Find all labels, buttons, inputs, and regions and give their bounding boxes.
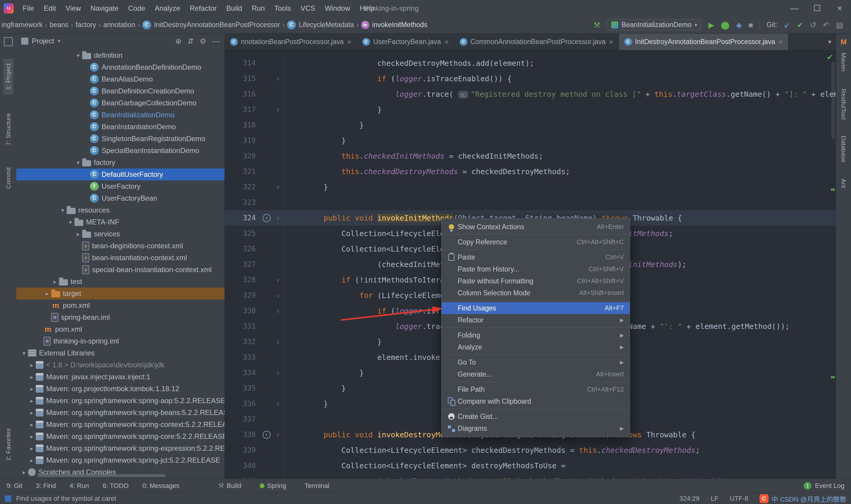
line-number[interactable]: 334 bbox=[225, 368, 260, 377]
code-line-323[interactable]: 323 bbox=[225, 195, 836, 210]
tool-button-7-structure[interactable]: 7: Structure bbox=[5, 113, 12, 146]
menu-item-copy-reference[interactable]: Copy ReferenceCtrl+Alt+Shift+C bbox=[441, 236, 630, 248]
git-rollback-button[interactable]: ↶ bbox=[823, 21, 830, 29]
code-line-341[interactable]: 341 (checkedDestroyMethods != null ? che… bbox=[225, 473, 836, 479]
vertical-scrollbar[interactable] bbox=[831, 62, 835, 139]
line-number[interactable]: 320 bbox=[225, 152, 260, 160]
tree-row-beanaliasdemo[interactable]: CBeanAliasDemo bbox=[16, 73, 224, 85]
close-tab-icon[interactable]: × bbox=[347, 38, 351, 46]
menubar-item-edit[interactable]: Edit bbox=[39, 0, 61, 16]
project-panel-title[interactable]: Project bbox=[32, 37, 54, 45]
tool-button-2-favorites[interactable]: 2: Favorites bbox=[5, 428, 12, 461]
tree-row-userfactorybean[interactable]: CUserFactoryBean bbox=[16, 192, 224, 204]
menu-item-compare-with-clipboard[interactable]: Compare with Clipboard bbox=[441, 395, 630, 407]
line-number[interactable]: 319 bbox=[225, 136, 260, 145]
tree-row-maven-org-projectlombok-lombok-1-18-12[interactable]: ▸Maven: org.projectlombok:lombok:1.18.12 bbox=[16, 383, 224, 395]
line-number[interactable]: 331 bbox=[225, 322, 260, 330]
menu-item-paste[interactable]: PasteCtrl+V bbox=[441, 251, 630, 263]
line-number[interactable]: 323 bbox=[225, 198, 260, 206]
chevron-right-icon[interactable]: ▸ bbox=[28, 457, 36, 464]
chevron-right-icon[interactable]: ▸ bbox=[28, 397, 36, 404]
tree-row-maven-org-springframework-spring-core-5-2-2-release[interactable]: ▸Maven: org.springframework:spring-core:… bbox=[16, 430, 224, 443]
close-tab-icon[interactable]: × bbox=[779, 38, 783, 46]
breadcrumb-item-beans[interactable]: beans bbox=[48, 20, 70, 30]
toolbar-button-spring[interactable]: Spring bbox=[260, 482, 286, 490]
menu-item-refactor[interactable]: Refactor▶ bbox=[441, 314, 630, 326]
event-log-button[interactable]: 1 Event Log bbox=[804, 482, 845, 490]
line-number[interactable]: 324 bbox=[225, 214, 260, 222]
menu-item-column-selection-mode[interactable]: Column Selection ModeAlt+Shift+Insert bbox=[441, 287, 630, 299]
breadcrumb-item-annotation[interactable]: annotation bbox=[102, 20, 137, 30]
tab-nnotationbeanpostprocessor-java[interactable]: CnnotationBeanPostProcessor.java× bbox=[225, 34, 357, 50]
menubar-item-analyze[interactable]: Analyze bbox=[150, 0, 185, 16]
overrides-marker-icon[interactable]: ↑ bbox=[262, 431, 271, 439]
chevron-down-icon[interactable]: ▾ bbox=[74, 52, 82, 59]
chevron-right-icon[interactable]: ▸ bbox=[28, 433, 36, 440]
tree-row-defaultuserfactory[interactable]: CDefaultUserFactory bbox=[16, 168, 224, 180]
tree-row-userfactory[interactable]: IUserFactory bbox=[16, 180, 224, 192]
breadcrumb-item-ingframework[interactable]: ingframework bbox=[0, 20, 44, 30]
tree-row-beangarbagecollectiondemo[interactable]: CBeanGarbageCollectionDemo bbox=[16, 97, 224, 109]
chevron-right-icon[interactable]: ▸ bbox=[28, 445, 36, 452]
chevron-right-icon[interactable]: ▸ bbox=[28, 409, 36, 416]
tree-row-resources[interactable]: ▾resources bbox=[16, 204, 224, 216]
breadcrumb-item-factory[interactable]: factory bbox=[74, 20, 98, 30]
line-number[interactable]: 315 bbox=[225, 74, 260, 83]
line-number[interactable]: 321 bbox=[225, 167, 260, 176]
code-line-339[interactable]: 339 Collection<LifecycleElement> checked… bbox=[225, 443, 836, 458]
breadcrumb-item-initdestroyannotationbeanpostprocessor[interactable]: CInitDestroyAnnotationBeanPostProcessor bbox=[141, 20, 282, 30]
menu-item-analyze[interactable]: Analyze▶ bbox=[441, 341, 630, 353]
code-line-316[interactable]: 316 logger.trace( o:"Registered destroy … bbox=[225, 86, 836, 102]
code-line-314[interactable]: 314 checkedDestroyMethods.add(element); bbox=[225, 55, 836, 71]
tree-row-beandefinitioncreationdemo[interactable]: CBeanDefinitionCreationDemo bbox=[16, 85, 224, 97]
tree-row-pom-xml[interactable]: mpom.xml bbox=[16, 300, 224, 311]
line-number[interactable]: 335 bbox=[225, 384, 260, 392]
menubar-item-file[interactable]: File bbox=[18, 0, 39, 16]
menu-item-paste-without-formatting[interactable]: Paste without FormattingCtrl+Alt+Shift+V bbox=[441, 275, 630, 287]
line-number[interactable]: 336 bbox=[225, 399, 260, 408]
breadcrumb-item-invokeinitmethods[interactable]: minvokeInitMethods bbox=[360, 20, 429, 30]
tree-row-maven-org-springframework-spring-aop-5-2-2-release[interactable]: ▸Maven: org.springframework:spring-aop:5… bbox=[16, 395, 224, 407]
menu-item-go-to[interactable]: Go To▶ bbox=[441, 356, 630, 368]
tool-button-restfultool[interactable]: RestfulTool bbox=[840, 89, 847, 120]
git-commit-button[interactable]: ✔ bbox=[797, 21, 803, 29]
chevron-down-icon[interactable]: ▾ bbox=[58, 38, 60, 44]
gear-icon[interactable]: ⚙ bbox=[200, 37, 206, 46]
horizontal-scrollbar[interactable] bbox=[37, 474, 165, 477]
menu-item-show-context-actions[interactable]: Show Context ActionsAlt+Enter bbox=[441, 221, 630, 233]
menu-item-find-usages[interactable]: Find UsagesAlt+F7 bbox=[441, 302, 630, 314]
chevron-down-icon[interactable]: ▾ bbox=[20, 350, 28, 357]
toolbar-button-terminal[interactable]: Terminal bbox=[305, 482, 329, 490]
tab-initdestroyannotationbeanpostprocessor-java[interactable]: CInitDestroyAnnotationBeanPostProcessor.… bbox=[619, 34, 789, 50]
code-line-321[interactable]: 321 this.checkedDestroyMethods = checked… bbox=[225, 164, 836, 179]
tree-row-test[interactable]: ▸test bbox=[16, 276, 224, 288]
tree-row-factory[interactable]: ▾factory bbox=[16, 157, 224, 168]
fold-marker[interactable]: ∨ bbox=[273, 427, 284, 443]
menu-item-file-path[interactable]: File PathCtrl+Alt+F12 bbox=[441, 383, 630, 395]
tree-row-special-bean-instantiation-context-xml[interactable]: xspecial-bean-instantiation-context.xml bbox=[16, 264, 224, 276]
toolbar-button-6-todo[interactable]: 6: TODO bbox=[103, 482, 129, 490]
menubar-item-refactor[interactable]: Refactor bbox=[185, 0, 221, 16]
line-number[interactable]: 327 bbox=[225, 260, 260, 269]
toolbar-button-3-find[interactable]: 3: Find bbox=[36, 482, 56, 490]
menu-item-create-gist[interactable]: Create Gist... bbox=[441, 411, 630, 422]
maximize-button[interactable]: ☐ bbox=[806, 0, 828, 16]
chevron-right-icon[interactable]: ▸ bbox=[28, 385, 36, 392]
line-number[interactable]: 333 bbox=[225, 353, 260, 361]
line-number[interactable]: 326 bbox=[225, 245, 260, 253]
menubar-item-tools[interactable]: Tools bbox=[270, 0, 296, 16]
line-number[interactable]: 329 bbox=[225, 291, 260, 300]
tree-row-maven-org-springframework-spring-expression-5-2-2-release[interactable]: ▸Maven: org.springframework:spring-expre… bbox=[16, 443, 224, 454]
fold-marker[interactable]: ∧ bbox=[273, 102, 284, 117]
menu-item-folding[interactable]: Folding▶ bbox=[441, 329, 630, 341]
code-line-319[interactable]: 319 } bbox=[225, 133, 836, 148]
toolbar-button-0-messages[interactable]: 0: Messages bbox=[142, 482, 180, 490]
menubar-item-build[interactable]: Build bbox=[221, 0, 247, 16]
stop-button[interactable]: ■ bbox=[748, 21, 753, 29]
tab-list-dropdown-icon[interactable]: ▾ bbox=[823, 38, 836, 46]
tree-row-maven-org-springframework-spring-beans-5-2-2-release[interactable]: ▸Maven: org.springframework:spring-beans… bbox=[16, 407, 224, 418]
tree-row-thinking-in-spring-iml[interactable]: thinking-in-spring.iml bbox=[16, 335, 224, 347]
tree-row-services[interactable]: ▸services bbox=[16, 228, 224, 240]
inspections-ok-icon[interactable]: ✔ bbox=[827, 53, 833, 62]
line-number[interactable]: 338 bbox=[225, 430, 260, 439]
